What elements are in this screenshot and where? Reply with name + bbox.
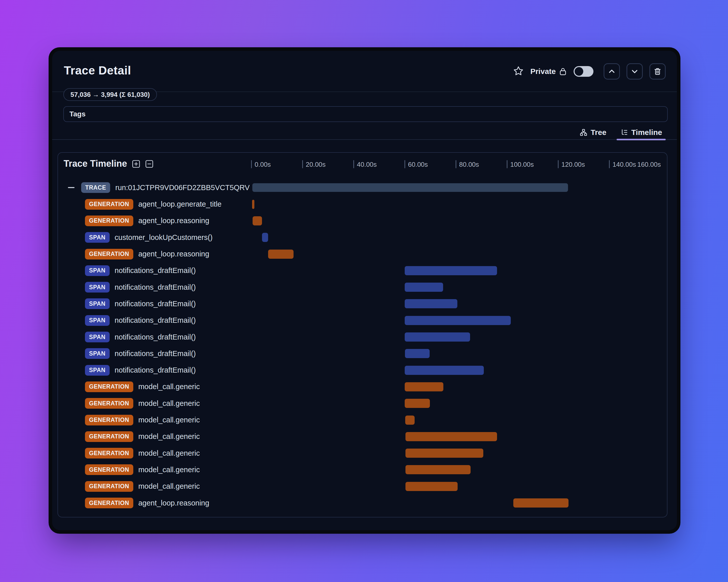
span-duration-bar[interactable] bbox=[405, 266, 497, 275]
expand-all-button[interactable] bbox=[626, 63, 643, 80]
span-badge: SPAN bbox=[85, 315, 110, 326]
span-badge: SPAN bbox=[85, 232, 110, 243]
row-head: GENERATIONmodel_call.generic bbox=[85, 398, 200, 409]
timeline-row-generation[interactable]: GENERATIONmodel_call.generic bbox=[58, 478, 667, 495]
row-head: GENERATIONmodel_call.generic bbox=[85, 448, 200, 459]
row-head: SPANnotifications_draftEmail() bbox=[85, 365, 196, 376]
generation-badge: GENERATION bbox=[85, 498, 133, 508]
generation-duration-bar[interactable] bbox=[406, 449, 483, 458]
span-duration-bar[interactable] bbox=[262, 233, 268, 242]
timeline-row-span[interactable]: SPANnotifications_draftEmail() bbox=[58, 262, 667, 279]
generation-duration-bar[interactable] bbox=[406, 482, 458, 491]
star-icon[interactable] bbox=[513, 65, 524, 77]
row-label: notifications_draftEmail() bbox=[115, 366, 196, 375]
timeline-row-generation[interactable]: GENERATIONmodel_call.generic bbox=[58, 461, 667, 478]
span-badge: SPAN bbox=[85, 282, 110, 293]
tab-timeline-label: Timeline bbox=[631, 128, 662, 137]
trace-timeline-panel: Trace Timeline 0.00s20.00s40.00s60.00s80… bbox=[57, 152, 668, 518]
row-head: GENERATIONagent_loop.generate_title bbox=[85, 199, 222, 210]
collapse-row-icon[interactable] bbox=[68, 187, 75, 188]
generation-duration-bar[interactable] bbox=[405, 416, 415, 425]
generation-badge: GENERATION bbox=[85, 481, 133, 492]
generation-duration-bar[interactable] bbox=[252, 200, 254, 209]
generation-badge: GENERATION bbox=[85, 382, 133, 392]
generation-duration-bar[interactable] bbox=[405, 382, 443, 391]
timeline-row-span[interactable]: SPANnotifications_draftEmail() bbox=[58, 295, 667, 312]
generation-duration-bar[interactable] bbox=[268, 250, 293, 259]
timeline-row-generation[interactable]: GENERATIONagent_loop.generate_title bbox=[58, 196, 667, 213]
row-head: SPANnotifications_draftEmail() bbox=[85, 315, 196, 326]
generation-duration-bar[interactable] bbox=[406, 465, 471, 474]
row-head: SPANnotifications_draftEmail() bbox=[85, 332, 196, 342]
span-duration-bar[interactable] bbox=[405, 283, 443, 292]
view-tabs: Tree Timeline bbox=[52, 126, 677, 140]
span-badge: SPAN bbox=[85, 332, 110, 342]
generation-badge: GENERATION bbox=[85, 398, 133, 409]
generation-badge: GENERATION bbox=[85, 415, 133, 425]
timeline-row-generation[interactable]: GENERATIONmodel_call.generic bbox=[58, 379, 667, 395]
collapse-all-button[interactable] bbox=[604, 63, 620, 80]
span-duration-bar[interactable] bbox=[405, 332, 470, 341]
span-duration-bar[interactable] bbox=[405, 366, 484, 375]
row-label: run:01JCTPR9VD06FD2ZBB5VCT5QRV bbox=[115, 184, 250, 192]
trace-badge: TRACE bbox=[81, 182, 110, 193]
span-badge: SPAN bbox=[85, 365, 110, 376]
timeline-row-span[interactable]: SPANcustomer_lookUpCustomers() bbox=[58, 229, 667, 246]
toggle-knob bbox=[575, 67, 583, 76]
timeline-row-span[interactable]: SPANnotifications_draftEmail() bbox=[58, 279, 667, 296]
row-head: SPANnotifications_draftEmail() bbox=[85, 282, 196, 293]
header-actions: Private bbox=[513, 63, 666, 80]
token-usage-badge: 57,036 → 3,994 (Σ 61,030) bbox=[63, 88, 157, 101]
row-head: GENERATIONagent_loop.reasoning bbox=[85, 498, 209, 508]
tags-input[interactable]: Tags bbox=[63, 106, 668, 122]
timeline-rows: TRACErun:01JCTPR9VD06FD2ZBB5VCT5QRVGENER… bbox=[58, 153, 667, 517]
row-head: SPANcustomer_lookUpCustomers() bbox=[85, 232, 213, 243]
timeline-row-span[interactable]: SPANnotifications_draftEmail() bbox=[58, 312, 667, 329]
generation-duration-bar[interactable] bbox=[513, 498, 569, 507]
row-label: agent_loop.reasoning bbox=[138, 250, 209, 258]
tab-tree[interactable]: Tree bbox=[574, 126, 612, 139]
generation-badge: GENERATION bbox=[85, 431, 133, 442]
generation-duration-bar[interactable] bbox=[406, 432, 497, 441]
timeline-row-generation[interactable]: GENERATIONagent_loop.reasoning bbox=[58, 246, 667, 262]
timeline-row-generation[interactable]: GENERATIONmodel_call.generic bbox=[58, 412, 667, 428]
row-label: model_call.generic bbox=[138, 432, 200, 441]
row-label: agent_loop.reasoning bbox=[138, 499, 209, 507]
privacy-text: Private bbox=[530, 67, 556, 76]
timeline-row-trace[interactable]: TRACErun:01JCTPR9VD06FD2ZBB5VCT5QRV bbox=[58, 179, 667, 196]
trace-duration-bar[interactable] bbox=[252, 183, 568, 192]
timeline-row-generation[interactable]: GENERATIONmodel_call.generic bbox=[58, 395, 667, 412]
tags-label: Tags bbox=[70, 110, 85, 118]
span-duration-bar[interactable] bbox=[405, 349, 430, 358]
row-label: notifications_draftEmail() bbox=[115, 283, 196, 292]
timeline-row-span[interactable]: SPANnotifications_draftEmail() bbox=[58, 362, 667, 379]
row-label: model_call.generic bbox=[138, 449, 200, 458]
timeline-row-generation[interactable]: GENERATIONmodel_call.generic bbox=[58, 428, 667, 445]
generation-badge: GENERATION bbox=[85, 448, 133, 459]
row-label: model_call.generic bbox=[138, 399, 200, 408]
generation-duration-bar[interactable] bbox=[253, 216, 262, 225]
timeline-row-span[interactable]: SPANnotifications_draftEmail() bbox=[58, 345, 667, 362]
row-label: agent_loop.generate_title bbox=[138, 200, 222, 209]
timeline-row-generation[interactable]: GENERATIONmodel_call.generic bbox=[58, 445, 667, 462]
row-head: GENERATIONmodel_call.generic bbox=[85, 382, 200, 392]
row-label: model_call.generic bbox=[138, 416, 200, 424]
generation-badge: GENERATION bbox=[85, 216, 133, 226]
span-duration-bar[interactable] bbox=[405, 299, 457, 308]
row-label: notifications_draftEmail() bbox=[115, 300, 196, 308]
chevron-down-icon bbox=[631, 67, 639, 75]
row-head: GENERATIONmodel_call.generic bbox=[85, 481, 200, 492]
row-head: SPANnotifications_draftEmail() bbox=[85, 265, 196, 276]
row-label: notifications_draftEmail() bbox=[115, 316, 196, 325]
timeline-row-span[interactable]: SPANnotifications_draftEmail() bbox=[58, 329, 667, 345]
timeline-row-generation[interactable]: GENERATIONagent_loop.reasoning bbox=[58, 213, 667, 229]
tab-timeline[interactable]: Timeline bbox=[615, 126, 668, 139]
privacy-toggle[interactable] bbox=[574, 66, 593, 77]
timeline-row-generation[interactable]: GENERATIONagent_loop.reasoning bbox=[58, 495, 667, 511]
row-head: GENERATIONagent_loop.reasoning bbox=[85, 216, 209, 226]
generation-duration-bar[interactable] bbox=[405, 399, 430, 408]
delete-button[interactable] bbox=[649, 63, 666, 80]
row-label: customer_lookUpCustomers() bbox=[115, 233, 213, 242]
span-duration-bar[interactable] bbox=[405, 316, 511, 325]
row-label: model_call.generic bbox=[138, 383, 200, 391]
